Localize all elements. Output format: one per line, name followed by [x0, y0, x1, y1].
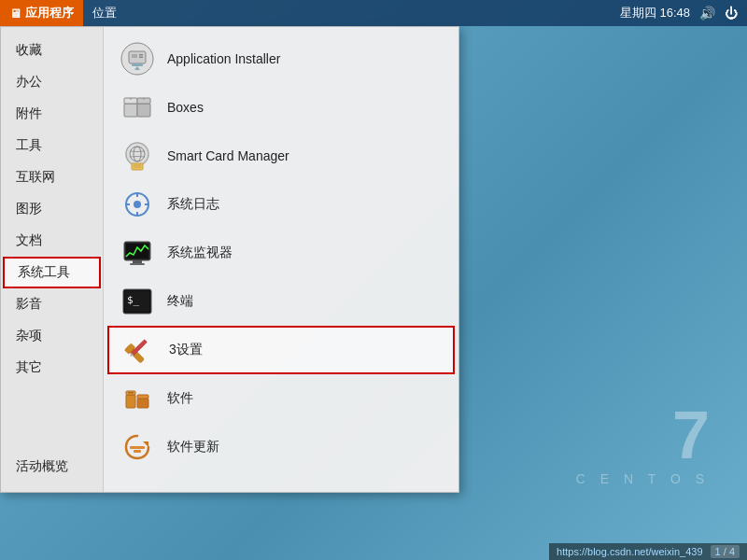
menu-item-smart-card[interactable]: Smart Card Manager	[104, 132, 458, 180]
settings3-label: 3设置	[169, 342, 203, 358]
app-menu-label: 应用程序	[25, 5, 74, 21]
menu-item-terminal[interactable]: $_ 终端	[104, 277, 458, 326]
position-button[interactable]: 位置	[83, 0, 126, 26]
sidebar-item-documents[interactable]: 文档	[1, 225, 103, 257]
menu-item-boxes[interactable]: Boxes	[104, 83, 458, 132]
boxes-icon	[119, 89, 156, 126]
volume-icon[interactable]: 🔊	[699, 6, 715, 21]
svg-rect-42	[130, 446, 145, 449]
menu-item-system-log[interactable]: 系统日志	[104, 180, 458, 229]
system-monitor-icon	[119, 234, 156, 272]
sidebar-item-graphics[interactable]: 图形	[1, 193, 103, 225]
app-installer-icon	[119, 40, 156, 77]
application-menu: 收藏 办公 附件 工具 互联网 图形 文档 系统工具 影音 杂项 其它 活动概览	[0, 26, 459, 493]
sidebar-item-internet[interactable]: 互联网	[1, 161, 103, 193]
menu-sidebar: 收藏 办公 附件 工具 互联网 图形 文档 系统工具 影音 杂项 其它 活动概览	[1, 27, 104, 492]
svg-rect-40	[128, 392, 134, 394]
datetime-display: 星期四 16:48	[620, 5, 690, 21]
svg-rect-43	[134, 450, 141, 453]
software-icon	[119, 380, 156, 417]
svg-rect-8	[137, 104, 150, 117]
sidebar-item-office[interactable]: 办公	[1, 66, 103, 98]
url-text: https://blog.csdn.net/weixin_439	[557, 546, 703, 557]
svg-text:$_: $_	[127, 294, 140, 306]
app-installer-label: Application Installer	[167, 51, 280, 66]
app-icon: 🖥	[9, 7, 21, 21]
system-log-label: 系统日志	[167, 196, 219, 213]
sidebar-activities[interactable]: 活动概览	[1, 449, 103, 484]
topbar: 🖥 应用程序 位置 星期四 16:48 🔊 ⏻	[0, 0, 747, 26]
menu-item-app-installer[interactable]: Application Installer	[104, 35, 458, 83]
sidebar-item-multimedia[interactable]: 影音	[1, 288, 103, 320]
sidebar-item-other[interactable]: 其它	[1, 352, 103, 384]
centos-number: 7	[672, 398, 710, 472]
software-update-icon	[119, 428, 156, 466]
svg-rect-4	[139, 57, 143, 59]
menu-item-settings3[interactable]: 3设置	[107, 326, 455, 374]
terminal-icon: $_	[119, 283, 156, 320]
url-bar: https://blog.csdn.net/weixin_439 1 / 4	[549, 543, 747, 560]
settings3-icon	[120, 331, 158, 369]
svg-rect-38	[137, 399, 148, 408]
svg-rect-3	[139, 54, 143, 56]
svg-rect-5	[132, 63, 143, 66]
svg-rect-16	[132, 163, 143, 170]
page-indicator: 1 / 4	[711, 545, 740, 558]
position-label: 位置	[92, 5, 117, 21]
menu-item-system-monitor[interactable]: 系统监视器	[104, 229, 458, 277]
topbar-left: 🖥 应用程序 位置	[0, 0, 126, 26]
system-monitor-label: 系统监视器	[167, 245, 233, 261]
software-label: 软件	[167, 390, 193, 407]
topbar-right: 星期四 16:48 🔊 ⏻	[620, 5, 747, 21]
menu-item-software-update[interactable]: 软件更新	[104, 423, 458, 471]
centos-watermark: 7 C E N T O S	[576, 401, 710, 485]
smart-card-icon	[119, 137, 156, 175]
svg-rect-28	[130, 263, 145, 265]
sidebar-item-tools[interactable]: 工具	[1, 130, 103, 161]
svg-rect-27	[133, 260, 142, 263]
system-log-icon	[119, 186, 156, 223]
centos-text: C E N T O S	[576, 472, 710, 485]
sidebar-item-favorites[interactable]: 收藏	[1, 35, 103, 66]
menu-right-panel: Application Installer Boxes	[104, 27, 458, 492]
svg-rect-2	[132, 54, 137, 58]
menu-item-software[interactable]: 软件	[104, 374, 458, 423]
sidebar-item-misc[interactable]: 杂项	[1, 320, 103, 352]
svg-point-20	[134, 201, 141, 208]
svg-rect-39	[137, 395, 148, 399]
power-icon[interactable]: ⏻	[725, 6, 738, 21]
smart-card-label: Smart Card Manager	[167, 148, 289, 163]
svg-rect-7	[124, 104, 137, 117]
terminal-label: 终端	[167, 293, 193, 310]
sidebar-item-system-tools[interactable]: 系统工具	[3, 257, 101, 288]
app-menu-button[interactable]: 🖥 应用程序	[0, 0, 83, 26]
software-update-label: 软件更新	[167, 439, 219, 455]
sidebar-item-accessories[interactable]: 附件	[1, 98, 103, 130]
boxes-label: Boxes	[167, 100, 204, 115]
svg-rect-36	[126, 395, 135, 408]
